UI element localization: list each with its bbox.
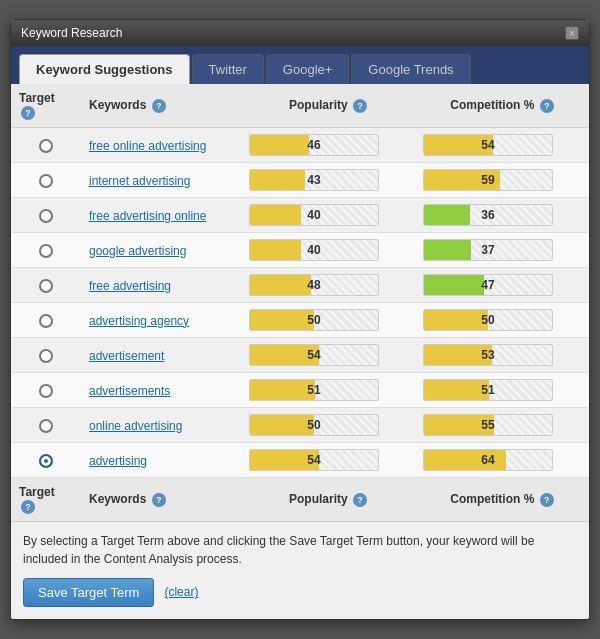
help-icon-0[interactable]: ? bbox=[21, 106, 35, 120]
radio-button-6[interactable] bbox=[39, 349, 53, 363]
footer-info-text: By selecting a Target Term above and cli… bbox=[23, 534, 534, 566]
competition-bar-4: 47 bbox=[423, 274, 553, 296]
popularity-bar-3: 40 bbox=[249, 239, 379, 261]
target-cell-2[interactable] bbox=[11, 198, 81, 233]
keyword-cell-1: internet advertising bbox=[81, 163, 241, 198]
keyword-link-8[interactable]: online advertising bbox=[89, 419, 182, 433]
popularity-cell-7: 51 bbox=[241, 373, 415, 408]
clear-link[interactable]: (clear) bbox=[164, 585, 198, 599]
competition-value-2: 36 bbox=[481, 208, 494, 222]
competition-cell-9: 64 bbox=[415, 443, 589, 478]
target-cell-6[interactable] bbox=[11, 338, 81, 373]
radio-button-4[interactable] bbox=[39, 279, 53, 293]
col-header-target: Target ? bbox=[11, 84, 81, 127]
target-cell-5[interactable] bbox=[11, 303, 81, 338]
popularity-cell-6: 54 bbox=[241, 338, 415, 373]
popularity-bar-fill-3 bbox=[250, 240, 301, 260]
col-header-popularity: Popularity ? bbox=[241, 84, 415, 127]
keyword-cell-0: free online advertising bbox=[81, 128, 241, 163]
popularity-value-9: 54 bbox=[307, 453, 320, 467]
keyword-link-9[interactable]: advertising bbox=[89, 454, 147, 468]
tab-google-trends[interactable]: Google Trends bbox=[351, 54, 470, 84]
keyword-link-6[interactable]: advertisement bbox=[89, 349, 164, 363]
popularity-cell-1: 43 bbox=[241, 163, 415, 198]
keyword-link-7[interactable]: advertisements bbox=[89, 384, 170, 398]
keyword-link-3[interactable]: google advertising bbox=[89, 244, 186, 258]
popularity-bar-0: 46 bbox=[249, 134, 379, 156]
help-icon-2[interactable]: ? bbox=[353, 99, 367, 113]
competition-bar-1: 59 bbox=[423, 169, 553, 191]
target-cell-0[interactable] bbox=[11, 128, 81, 163]
keyword-cell-9: advertising bbox=[81, 443, 241, 478]
keyword-cell-2: free advertising online bbox=[81, 198, 241, 233]
competition-value-6: 53 bbox=[481, 348, 494, 362]
popularity-bar-fill-8 bbox=[250, 415, 314, 435]
help-icon-3[interactable]: ? bbox=[540, 99, 554, 113]
radio-button-5[interactable] bbox=[39, 314, 53, 328]
col-footer-keywords: Keywords ? bbox=[81, 478, 241, 522]
radio-button-1[interactable] bbox=[39, 174, 53, 188]
help-footer-icon-1[interactable]: ? bbox=[152, 493, 166, 507]
popularity-cell-5: 50 bbox=[241, 303, 415, 338]
tab-bar: Keyword SuggestionsTwitterGoogle+Google … bbox=[11, 46, 589, 84]
radio-button-9[interactable] bbox=[39, 454, 53, 468]
popularity-cell-0: 46 bbox=[241, 128, 415, 163]
tab-keyword-suggestions[interactable]: Keyword Suggestions bbox=[19, 54, 190, 84]
radio-button-3[interactable] bbox=[39, 244, 53, 258]
help-footer-icon-2[interactable]: ? bbox=[353, 493, 367, 507]
radio-button-8[interactable] bbox=[39, 419, 53, 433]
popularity-cell-8: 50 bbox=[241, 408, 415, 443]
radio-button-7[interactable] bbox=[39, 384, 53, 398]
radio-button-0[interactable] bbox=[39, 139, 53, 153]
target-cell-7[interactable] bbox=[11, 373, 81, 408]
keyword-link-4[interactable]: free advertising bbox=[89, 279, 171, 293]
keyword-link-5[interactable]: advertising agency bbox=[89, 314, 189, 328]
popularity-value-4: 48 bbox=[307, 278, 320, 292]
competition-bar-fill-2 bbox=[424, 205, 470, 225]
target-cell-3[interactable] bbox=[11, 233, 81, 268]
tab-twitter[interactable]: Twitter bbox=[192, 54, 264, 84]
target-cell-9[interactable] bbox=[11, 443, 81, 478]
popularity-bar-fill-4 bbox=[250, 275, 311, 295]
keyword-link-0[interactable]: free online advertising bbox=[89, 139, 206, 153]
popularity-bar-4: 48 bbox=[249, 274, 379, 296]
target-cell-1[interactable] bbox=[11, 163, 81, 198]
competition-value-1: 59 bbox=[481, 173, 494, 187]
close-button[interactable]: × bbox=[565, 26, 579, 40]
keyword-cell-3: google advertising bbox=[81, 233, 241, 268]
popularity-cell-2: 40 bbox=[241, 198, 415, 233]
col-footer-popularity: Popularity ? bbox=[241, 478, 415, 522]
save-target-term-button[interactable]: Save Target Term bbox=[23, 578, 154, 607]
help-footer-icon-3[interactable]: ? bbox=[540, 493, 554, 507]
keyword-cell-5: advertising agency bbox=[81, 303, 241, 338]
col-footer-competition-pct: Competition % ? bbox=[415, 478, 589, 522]
target-cell-8[interactable] bbox=[11, 408, 81, 443]
tab-googleplus[interactable]: Google+ bbox=[266, 54, 350, 84]
table-row: advertisements 51 51 bbox=[11, 373, 589, 408]
target-cell-4[interactable] bbox=[11, 268, 81, 303]
competition-bar-5: 50 bbox=[423, 309, 553, 331]
competition-bar-2: 36 bbox=[423, 204, 553, 226]
keyword-link-1[interactable]: internet advertising bbox=[89, 174, 190, 188]
popularity-cell-4: 48 bbox=[241, 268, 415, 303]
competition-value-3: 37 bbox=[481, 243, 494, 257]
popularity-value-8: 50 bbox=[307, 418, 320, 432]
competition-bar-7: 51 bbox=[423, 379, 553, 401]
popularity-value-6: 54 bbox=[307, 348, 320, 362]
keyword-cell-4: free advertising bbox=[81, 268, 241, 303]
radio-button-2[interactable] bbox=[39, 209, 53, 223]
help-icon-1[interactable]: ? bbox=[152, 99, 166, 113]
popularity-value-1: 43 bbox=[307, 173, 320, 187]
help-footer-icon-0[interactable]: ? bbox=[21, 500, 35, 514]
popularity-bar-8: 50 bbox=[249, 414, 379, 436]
popularity-value-0: 46 bbox=[307, 138, 320, 152]
competition-cell-1: 59 bbox=[415, 163, 589, 198]
keyword-cell-8: online advertising bbox=[81, 408, 241, 443]
competition-bar-fill-5 bbox=[424, 310, 488, 330]
popularity-bar-7: 51 bbox=[249, 379, 379, 401]
competition-value-0: 54 bbox=[481, 138, 494, 152]
footer-actions: Save Target Term (clear) bbox=[11, 574, 589, 619]
competition-cell-7: 51 bbox=[415, 373, 589, 408]
table-row: advertising agency 50 50 bbox=[11, 303, 589, 338]
keyword-link-2[interactable]: free advertising online bbox=[89, 209, 206, 223]
